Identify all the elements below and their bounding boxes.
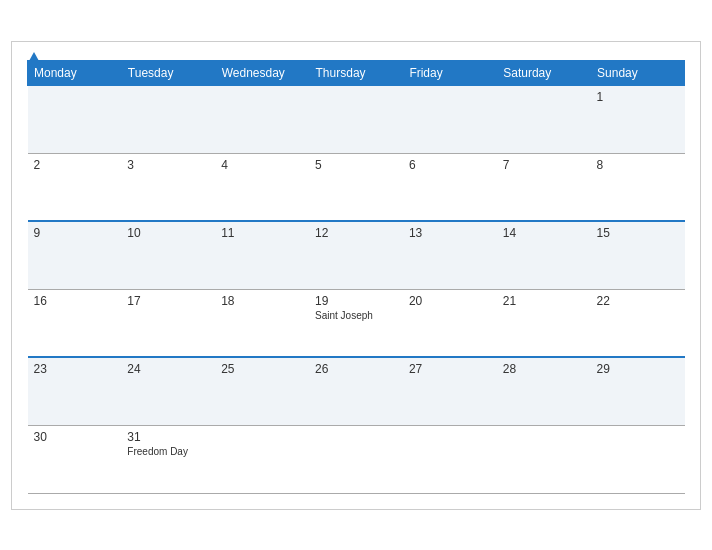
calendar-cell: 1 bbox=[591, 85, 685, 153]
calendar-cell: 12 bbox=[309, 221, 403, 289]
day-number: 21 bbox=[503, 294, 585, 308]
calendar-cell: 6 bbox=[403, 153, 497, 221]
calendar-cell bbox=[309, 425, 403, 493]
calendar-cell: 4 bbox=[215, 153, 309, 221]
day-event: Freedom Day bbox=[127, 446, 209, 457]
calendar-thead: MondayTuesdayWednesdayThursdayFridaySatu… bbox=[28, 60, 685, 85]
calendar-cell: 16 bbox=[28, 289, 122, 357]
calendar-cell: 23 bbox=[28, 357, 122, 425]
day-number: 27 bbox=[409, 362, 491, 376]
calendar-cell: 11 bbox=[215, 221, 309, 289]
day-number: 9 bbox=[34, 226, 116, 240]
day-number: 28 bbox=[503, 362, 585, 376]
day-number: 19 bbox=[315, 294, 397, 308]
week-row-5: 3031Freedom Day bbox=[28, 425, 685, 493]
day-number: 25 bbox=[221, 362, 303, 376]
calendar-cell: 5 bbox=[309, 153, 403, 221]
day-number: 29 bbox=[597, 362, 679, 376]
calendar-cell bbox=[309, 85, 403, 153]
day-number: 5 bbox=[315, 158, 397, 172]
calendar-cell bbox=[497, 425, 591, 493]
weekday-header-friday: Friday bbox=[403, 60, 497, 85]
weekday-header-tuesday: Tuesday bbox=[121, 60, 215, 85]
calendar-cell bbox=[215, 85, 309, 153]
calendar-cell: 19Saint Joseph bbox=[309, 289, 403, 357]
logo-triangle-icon bbox=[29, 52, 39, 61]
weekday-header-saturday: Saturday bbox=[497, 60, 591, 85]
calendar-cell: 8 bbox=[591, 153, 685, 221]
logo bbox=[27, 52, 39, 61]
day-number: 11 bbox=[221, 226, 303, 240]
weekday-header-sunday: Sunday bbox=[591, 60, 685, 85]
day-number: 7 bbox=[503, 158, 585, 172]
calendar-cell: 29 bbox=[591, 357, 685, 425]
day-number: 26 bbox=[315, 362, 397, 376]
calendar-cell: 20 bbox=[403, 289, 497, 357]
calendar-cell: 17 bbox=[121, 289, 215, 357]
calendar-cell: 10 bbox=[121, 221, 215, 289]
calendar-cell: 24 bbox=[121, 357, 215, 425]
calendar-cell: 15 bbox=[591, 221, 685, 289]
day-number: 3 bbox=[127, 158, 209, 172]
day-number: 10 bbox=[127, 226, 209, 240]
week-row-2: 9101112131415 bbox=[28, 221, 685, 289]
calendar-cell: 9 bbox=[28, 221, 122, 289]
week-row-1: 2345678 bbox=[28, 153, 685, 221]
calendar-cell: 26 bbox=[309, 357, 403, 425]
calendar-cell bbox=[497, 85, 591, 153]
day-number: 8 bbox=[597, 158, 679, 172]
calendar-cell: 30 bbox=[28, 425, 122, 493]
calendar-cell: 25 bbox=[215, 357, 309, 425]
day-number: 2 bbox=[34, 158, 116, 172]
calendar-cell: 28 bbox=[497, 357, 591, 425]
day-number: 23 bbox=[34, 362, 116, 376]
calendar-cell: 13 bbox=[403, 221, 497, 289]
weekday-header-monday: Monday bbox=[28, 60, 122, 85]
day-number: 22 bbox=[597, 294, 679, 308]
weekday-header-thursday: Thursday bbox=[309, 60, 403, 85]
day-number: 30 bbox=[34, 430, 116, 444]
calendar-cell: 2 bbox=[28, 153, 122, 221]
weekday-header-row: MondayTuesdayWednesdayThursdayFridaySatu… bbox=[28, 60, 685, 85]
day-number: 31 bbox=[127, 430, 209, 444]
calendar-cell: 7 bbox=[497, 153, 591, 221]
day-event: Saint Joseph bbox=[315, 310, 397, 321]
day-number: 16 bbox=[34, 294, 116, 308]
day-number: 12 bbox=[315, 226, 397, 240]
calendar-cell: 22 bbox=[591, 289, 685, 357]
calendar: MondayTuesdayWednesdayThursdayFridaySatu… bbox=[11, 41, 701, 510]
calendar-cell bbox=[403, 85, 497, 153]
calendar-cell bbox=[215, 425, 309, 493]
day-number: 15 bbox=[597, 226, 679, 240]
day-number: 18 bbox=[221, 294, 303, 308]
calendar-cell bbox=[28, 85, 122, 153]
calendar-table: MondayTuesdayWednesdayThursdayFridaySatu… bbox=[27, 60, 685, 494]
calendar-cell bbox=[403, 425, 497, 493]
week-row-0: 1 bbox=[28, 85, 685, 153]
calendar-cell: 3 bbox=[121, 153, 215, 221]
day-number: 14 bbox=[503, 226, 585, 240]
calendar-cell bbox=[591, 425, 685, 493]
week-row-4: 23242526272829 bbox=[28, 357, 685, 425]
calendar-cell: 31Freedom Day bbox=[121, 425, 215, 493]
day-number: 13 bbox=[409, 226, 491, 240]
calendar-cell: 18 bbox=[215, 289, 309, 357]
day-number: 20 bbox=[409, 294, 491, 308]
day-number: 17 bbox=[127, 294, 209, 308]
weekday-header-wednesday: Wednesday bbox=[215, 60, 309, 85]
calendar-tbody: 12345678910111213141516171819Saint Josep… bbox=[28, 85, 685, 493]
calendar-cell: 14 bbox=[497, 221, 591, 289]
calendar-cell: 21 bbox=[497, 289, 591, 357]
week-row-3: 16171819Saint Joseph202122 bbox=[28, 289, 685, 357]
day-number: 6 bbox=[409, 158, 491, 172]
day-number: 1 bbox=[597, 90, 679, 104]
calendar-cell: 27 bbox=[403, 357, 497, 425]
day-number: 4 bbox=[221, 158, 303, 172]
day-number: 24 bbox=[127, 362, 209, 376]
calendar-cell bbox=[121, 85, 215, 153]
